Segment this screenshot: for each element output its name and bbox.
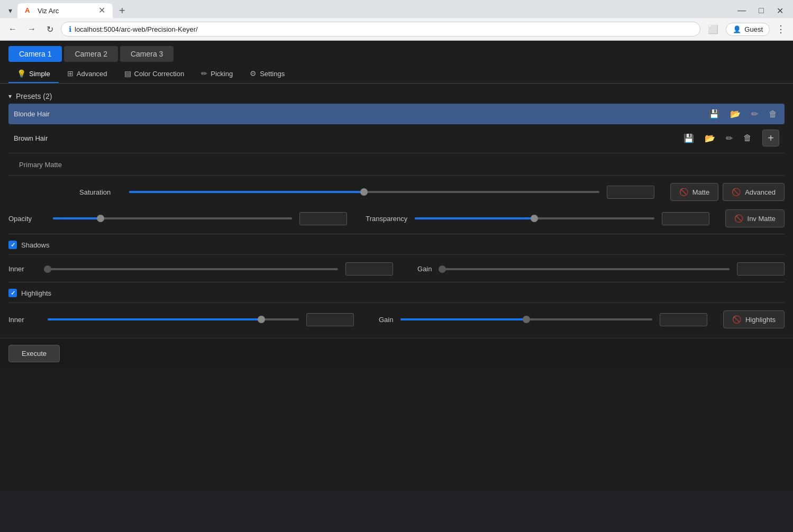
shadows-label: Shadows [21,241,49,249]
preset-blonde-hair[interactable]: Blonde Hair 💾 📂 ✏ 🗑 [8,104,785,124]
highlights-gain-value[interactable]: 1.0000 [660,313,707,326]
inv-matte-icon: 🚫 [734,214,743,223]
shadows-gain-thumb[interactable] [439,265,446,273]
shadows-gain-slider-wrap [440,264,730,274]
highlights-gain-slider-wrap [400,314,652,325]
preset-actions-brown: 💾 📂 ✏ 🗑 [681,132,754,144]
matte-button[interactable]: 🚫 Matte [670,183,719,201]
more-options-button[interactable]: ⋮ [774,21,788,37]
highlights-params-row: Inner 0.8500 Gain [8,306,785,333]
profile-icon: 👤 [733,25,741,33]
tab-advanced[interactable]: ⊞ Advanced [59,65,116,83]
opacity-slider-wrap [53,213,292,224]
opacity-thumb[interactable] [97,215,104,222]
tab-title: Viz Arc [38,7,59,15]
transparency-value[interactable]: 0.500 [662,212,709,225]
tab-simple[interactable]: 💡 Simple [8,65,59,83]
close-button[interactable]: ✕ [772,4,788,18]
highlights-section: Highlights [8,285,785,299]
inv-matte-buttons: 🚫 Inv Matte [725,209,785,227]
back-button[interactable]: ← [5,22,20,36]
highlights-btn-label: Highlights [745,316,776,324]
camera-1-tab[interactable]: Camera 1 [8,46,62,62]
tab-close-button[interactable]: ✕ [98,6,105,15]
camera-2-tab[interactable]: Camera 2 [64,46,117,62]
info-icon: ℹ [69,25,71,33]
load-preset-brown-button[interactable]: 📂 [703,132,717,144]
highlights-gain-label: Gain [361,316,393,324]
save-preset-brown-button[interactable]: 💾 [681,132,696,144]
advanced-matte-label: Advanced [745,188,776,196]
execute-bar: Execute [0,338,793,369]
tab-dropdown[interactable]: ▾ [5,4,15,17]
edit-preset-blonde-button[interactable]: ✏ [749,108,760,120]
tab-picking[interactable]: ✏ Picking [193,65,241,83]
save-preset-blonde-button[interactable]: 💾 [707,108,722,120]
presets-title: Presets (2) [16,92,52,100]
load-preset-blonde-button[interactable]: 📂 [728,108,743,120]
maximize-button[interactable]: □ [754,4,768,17]
highlights-inner-thumb[interactable] [258,316,265,323]
simple-icon: 💡 [17,69,26,78]
saturation-thumb[interactable] [360,188,368,196]
main-content: ▾ Presets (2) Blonde Hair 💾 📂 ✏ 🗑 Brown … [0,84,793,338]
advanced-matte-icon: 🚫 [732,188,741,196]
url-text: localhost:5004/arc-web/Precision-Keyer/ [75,25,692,33]
highlights-buttons: 🚫 Highlights [723,310,785,328]
preset-brown-hair[interactable]: Brown Hair 💾 📂 ✏ 🗑 + [8,125,785,151]
minimize-button[interactable]: — [733,4,750,17]
delete-preset-blonde-button[interactable]: 🗑 [767,108,779,120]
shadows-checkbox[interactable] [8,241,17,249]
camera-tabs: Camera 1 Camera 2 Camera 3 [0,41,793,62]
matte-icon: 🚫 [679,188,688,196]
shadows-inner-value[interactable]: 0.0000 [345,262,393,276]
shadows-inner-label: Inner [8,265,40,273]
advanced-icon: ⊞ [67,69,74,78]
tab-settings-label: Settings [260,70,285,78]
refresh-button[interactable]: ↻ [43,22,57,36]
advanced-matte-button[interactable]: 🚫 Advanced [723,183,785,201]
tab-color-correction[interactable]: ▤ Color Correction [116,65,193,83]
mode-tabs: 💡 Simple ⊞ Advanced ▤ Color Correction ✏… [0,62,793,84]
presets-chevron-icon: ▾ [8,93,12,100]
tab-picking-label: Picking [211,70,233,78]
shadows-inner-slider-wrap [48,264,338,274]
highlights-icon: 🚫 [732,315,741,324]
matte-buttons: 🚫 Matte 🚫 Advanced [670,183,785,201]
highlights-gain-thumb[interactable] [523,316,530,323]
add-preset-button[interactable]: + [762,130,779,146]
saturation-value[interactable]: 1.000 [607,186,654,199]
preset-name-brown: Brown Hair [14,134,681,142]
new-tab-button[interactable]: + [115,4,130,18]
presets-header[interactable]: ▾ Presets (2) [8,89,785,104]
opacity-value[interactable]: 0.200 [299,212,347,225]
sidebar-toggle-button[interactable]: ⬜ [705,22,722,36]
shadows-inner-thumb[interactable] [44,265,51,273]
primary-matte-label: Primary Matte [8,155,785,172]
highlights-checkbox[interactable] [8,289,17,297]
preset-actions-blonde: 💾 📂 ✏ 🗑 [707,108,779,120]
edit-preset-brown-button[interactable]: ✏ [724,132,735,144]
settings-icon: ⚙ [250,69,257,78]
app-content: Camera 1 Camera 2 Camera 3 💡 Simple ⊞ Ad… [0,41,793,490]
saturation-label: Saturation [79,188,122,196]
tab-color-correction-label: Color Correction [134,70,185,78]
forward-button[interactable]: → [24,22,39,36]
delete-preset-brown-button[interactable]: 🗑 [741,132,754,144]
profile-button[interactable]: 👤 Guest [726,23,770,36]
active-tab: A Viz Arc ✕ [17,3,113,18]
preset-name-blonde: Blonde Hair [14,110,707,118]
shadows-gain-value[interactable]: 0.0100 [737,262,785,276]
transparency-thumb[interactable] [531,215,538,222]
execute-button[interactable]: Execute [8,345,60,362]
tab-settings[interactable]: ⚙ Settings [241,65,293,83]
tab-advanced-label: Advanced [77,70,107,78]
transparency-slider-wrap [415,213,654,224]
tab-simple-label: Simple [29,70,50,78]
inv-matte-button[interactable]: 🚫 Inv Matte [725,209,785,227]
inv-matte-label: Inv Matte [748,215,776,223]
address-bar[interactable]: ℹ localhost:5004/arc-web/Precision-Keyer… [61,22,700,36]
camera-3-tab[interactable]: Camera 3 [120,46,174,62]
highlights-inner-value[interactable]: 0.8500 [306,313,354,326]
highlights-button[interactable]: 🚫 Highlights [723,310,785,328]
